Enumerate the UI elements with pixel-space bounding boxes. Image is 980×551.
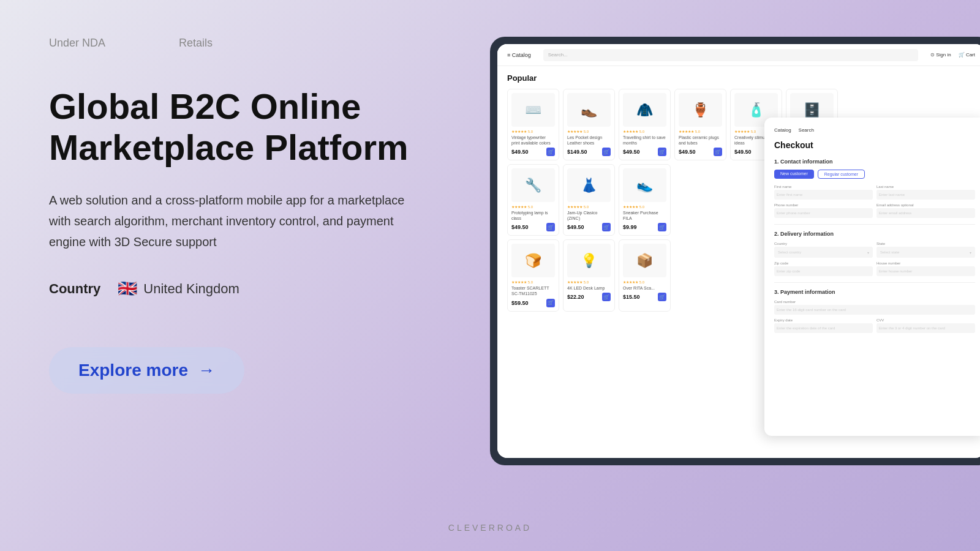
nav-cart: 🛒 Cart	[959, 52, 975, 58]
phone-field: Phone number Enter phone number	[774, 203, 873, 218]
product-image: 🔧	[511, 168, 555, 202]
product-price: $49.50	[511, 149, 529, 155]
list-item[interactable]: 👞 ★★★★★ 5.0 Les Pocket design Leather sh…	[563, 89, 615, 160]
type-buttons: New customer Regular customer	[774, 170, 975, 179]
exp-label: Expiry date	[774, 318, 873, 322]
product-image: 💡	[567, 244, 611, 277]
zip-input[interactable]: Enter zip code	[774, 266, 873, 276]
cart-button[interactable]: 🛒	[602, 223, 611, 231]
product-name: Vintage typewriter print available color…	[511, 135, 555, 146]
email-input[interactable]: Enter email address	[876, 208, 975, 218]
cvv-input[interactable]: Enter the 3 or 4 digit number on the car…	[876, 323, 975, 333]
list-item[interactable]: 🧥 ★★★★★ 5.0 Travelling shirt to save mon…	[619, 89, 671, 160]
email-label: Email address optional	[876, 203, 975, 207]
exp-cvv-row: Expiry date Enter the expiration date of…	[774, 318, 975, 333]
cart-button[interactable]: 🛒	[546, 223, 555, 231]
popular-title: Popular	[507, 73, 975, 83]
explore-label: Explore more	[78, 361, 188, 380]
product-stars: ★★★★★ 5.0	[623, 204, 666, 209]
checkout-nav-search: Search	[799, 127, 814, 133]
product-image: 👗	[567, 168, 611, 202]
nav-right: ⊙ Sign in 🛒 Cart	[930, 52, 975, 58]
list-item[interactable]: 📦 ★★★★★ 5.0 Over RITA Sca... $15.50 🛒	[619, 239, 671, 311]
category-label: Retails	[179, 37, 213, 50]
checkout-overlay: Catalog Search Checkout 1. Contact infor…	[764, 118, 980, 436]
description-text: A web solution and a cross-platform mobi…	[49, 190, 429, 252]
phone-input[interactable]: Enter phone number	[774, 208, 873, 218]
product-price: $59.50	[511, 300, 529, 306]
cart-button[interactable]: 🛒	[658, 223, 666, 231]
product-image: 🍞	[511, 244, 555, 277]
location-row: Country Select country ▾ State Select st…	[774, 242, 975, 258]
list-item[interactable]: 💡 ★★★★★ 5.0 4K LED Desk Lamp $22.20 🛒	[563, 239, 615, 311]
product-name: Toaster SCARLETT SC-TM11025	[511, 285, 555, 296]
email-field: Email address optional Enter email addre…	[876, 203, 975, 218]
state-select[interactable]: Select state ▾	[876, 247, 975, 258]
country-label: Country	[774, 242, 873, 246]
product-stars: ★★★★★ 5.0	[623, 129, 666, 133]
product-image: 👟	[623, 168, 666, 202]
product-name: Over RITA Sca...	[623, 285, 666, 291]
cart-button[interactable]: 🛒	[714, 148, 722, 156]
contact-section-title: 1. Contact information	[774, 159, 975, 165]
cart-button[interactable]: 🛒	[658, 148, 666, 156]
payment-section-title: 3. Payment information	[774, 289, 975, 295]
nav-signin: ⊙ Sign in	[930, 52, 951, 58]
product-price: $9.99	[623, 224, 637, 230]
product-image: 🧥	[623, 93, 666, 127]
flag-icon: 🇬🇧	[118, 279, 137, 298]
country-row: Country 🇬🇧 United Kingdom	[49, 279, 478, 298]
phone-label: Phone number	[774, 203, 873, 207]
state-field: State Select state ▾	[876, 242, 975, 258]
product-price: $22.20	[567, 294, 584, 300]
product-stars: ★★★★★ 5.0	[567, 204, 611, 209]
first-name-label: First name	[774, 185, 873, 189]
product-image: ⌨️	[511, 93, 555, 127]
first-name-input[interactable]: Enter first name	[774, 190, 873, 200]
product-image: 📦	[623, 244, 666, 277]
product-stars: ★★★★★ 5.0	[511, 204, 555, 209]
product-stars: ★★★★★ 5.0	[679, 129, 722, 133]
card-input[interactable]: Enter the 16-digit card number on the ca…	[774, 305, 975, 315]
cart-button[interactable]: 🛒	[602, 148, 611, 156]
contact-row: Phone number Enter phone number Email ad…	[774, 203, 975, 218]
exp-field: Expiry date Enter the expiration date of…	[774, 318, 873, 333]
product-name: Jam-Up Clasico (ZINC)	[567, 210, 611, 221]
house-input[interactable]: Enter house number	[876, 266, 975, 276]
list-item[interactable]: 🔧 ★★★★★ 5.0 Prototyping lamp is class $4…	[507, 164, 559, 236]
delivery-section-title: 2. Delivery information	[774, 231, 975, 237]
cart-button[interactable]: 🛒	[602, 293, 611, 301]
cvv-field: CVV Enter the 3 or 4 digit number on the…	[876, 318, 975, 333]
checkout-nav: Catalog Search	[774, 127, 975, 133]
nda-label: Under NDA	[49, 37, 105, 50]
exp-input[interactable]: Enter the expiration date of the card	[774, 323, 873, 333]
list-item[interactable]: ⌨️ ★★★★★ 5.0 Vintage typewriter print av…	[507, 89, 559, 160]
product-price: $49.50	[734, 149, 752, 155]
product-price: $15.50	[623, 294, 640, 300]
zip-label: Zip code	[774, 261, 873, 265]
product-price: $149.50	[567, 149, 587, 155]
product-stars: ★★★★★ 5.0	[511, 280, 555, 284]
list-item[interactable]: 🍞 ★★★★★ 5.0 Toaster SCARLETT SC-TM11025 …	[507, 239, 559, 311]
cart-button[interactable]: 🛒	[658, 293, 666, 301]
last-name-input[interactable]: Enter last name	[876, 190, 975, 200]
nav-search[interactable]: Search...	[543, 49, 918, 61]
cart-button[interactable]: 🛒	[546, 148, 555, 156]
mockup-container: ≡ Catalog Search... ⊙ Sign in 🛒 Cart Pop…	[490, 37, 980, 465]
list-item[interactable]: 👗 ★★★★★ 5.0 Jam-Up Clasico (ZINC) $49.50…	[563, 164, 615, 236]
country-select[interactable]: Select country ▾	[774, 247, 873, 258]
product-stars: ★★★★★ 5.0	[511, 129, 555, 133]
list-item[interactable]: 👟 ★★★★★ 5.0 Sneaker Purchase FILA $9.99 …	[619, 164, 671, 236]
product-price: $49.50	[623, 149, 640, 155]
country-field: Country Select country ▾	[774, 242, 873, 258]
search-placeholder: Search...	[548, 52, 568, 58]
list-item[interactable]: 🏺 ★★★★★ 5.0 Plastic ceramic plugs and tu…	[674, 89, 726, 160]
product-name: Sneaker Purchase FILA	[623, 210, 666, 221]
explore-more-button[interactable]: Explore more →	[49, 347, 244, 394]
product-name: Prototyping lamp is class	[511, 210, 555, 221]
new-customer-button[interactable]: New customer	[774, 170, 814, 179]
country-label: Country	[49, 281, 100, 297]
address-row: Zip code Enter zip code House number Ent…	[774, 261, 975, 276]
regular-customer-button[interactable]: Regular customer	[818, 170, 865, 179]
cart-button[interactable]: 🛒	[546, 299, 555, 307]
